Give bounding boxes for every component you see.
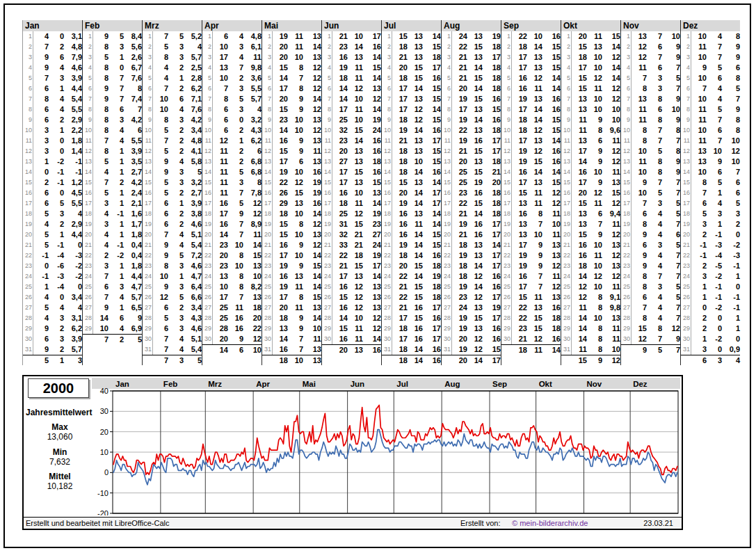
cell[interactable]: 12	[527, 146, 542, 157]
cell[interactable]: 0	[49, 292, 64, 303]
cell[interactable]: 14	[408, 188, 423, 198]
cell[interactable]: 15	[467, 167, 483, 177]
cell[interactable]: 9	[228, 209, 243, 219]
cell[interactable]: 2,7	[184, 188, 202, 198]
cell[interactable]: 13	[632, 31, 647, 42]
cell[interactable]: 8	[93, 125, 108, 136]
cell[interactable]: 17	[483, 292, 501, 303]
cell[interactable]: 4,3	[243, 125, 262, 136]
cell[interactable]: 9	[124, 313, 142, 323]
cell[interactable]: 21	[348, 240, 363, 250]
cell[interactable]: 17	[423, 303, 441, 313]
day-number[interactable]: 4	[382, 63, 392, 73]
cell[interactable]: 10	[587, 313, 602, 323]
cell[interactable]: 7	[647, 334, 662, 344]
cell[interactable]: 14	[542, 136, 561, 146]
cell[interactable]: 32	[332, 125, 348, 136]
cell[interactable]: 3	[168, 52, 184, 63]
day-number[interactable]: 2	[23, 42, 33, 52]
day-number[interactable]: 20	[382, 230, 392, 240]
cell[interactable]: 21	[392, 282, 408, 292]
cell[interactable]: 11	[303, 334, 321, 344]
cell[interactable]: 7	[527, 271, 542, 282]
cell[interactable]: 15	[542, 177, 561, 188]
day-number[interactable]: 26	[83, 292, 93, 303]
cell[interactable]: 20	[273, 42, 288, 52]
day-number[interactable]: 27	[23, 303, 33, 313]
cell[interactable]: 6	[632, 240, 647, 250]
cell[interactable]: 17	[483, 230, 501, 240]
day-number[interactable]: 31	[561, 344, 572, 355]
day-number[interactable]: 20	[83, 230, 93, 240]
cell[interactable]: 4	[707, 94, 722, 104]
cell[interactable]: -2	[707, 271, 722, 282]
cell[interactable]: 15	[273, 146, 288, 157]
cell[interactable]: 5	[228, 94, 243, 104]
cell[interactable]: 3	[647, 198, 662, 209]
cell[interactable]: 21	[483, 167, 501, 177]
cell[interactable]: 4	[33, 313, 49, 323]
day-number[interactable]: 15	[382, 177, 392, 188]
cell[interactable]: 15	[512, 292, 527, 303]
cell[interactable]: 13	[572, 136, 587, 146]
cell[interactable]: 11	[527, 83, 542, 94]
cell[interactable]: 8	[288, 292, 303, 303]
cell[interactable]: 15	[467, 313, 483, 323]
cell[interactable]: 18	[483, 209, 501, 219]
cell[interactable]: 14	[408, 250, 423, 261]
cell[interactable]: 29	[273, 198, 288, 209]
cell[interactable]: 15	[288, 188, 303, 198]
cell[interactable]: -2	[64, 261, 82, 271]
cell[interactable]: 16	[423, 250, 441, 261]
summary-cell[interactable]: 18	[512, 345, 527, 355]
cell[interactable]: 11	[303, 146, 321, 157]
cell[interactable]: 13	[288, 198, 303, 209]
cell[interactable]: 11	[408, 219, 423, 230]
day-number[interactable]: 17	[681, 198, 691, 209]
cell[interactable]: 7	[288, 344, 303, 355]
cell[interactable]: 5	[662, 240, 680, 250]
cell[interactable]: -1	[64, 167, 82, 177]
cell[interactable]: 18	[243, 303, 262, 313]
cell[interactable]: 17	[273, 157, 288, 167]
cell[interactable]: 16	[363, 167, 381, 177]
cell[interactable]: 5	[707, 104, 722, 115]
cell[interactable]: 13	[527, 52, 542, 63]
day-number[interactable]: 18	[202, 209, 213, 219]
day-number[interactable]: 13	[382, 157, 392, 167]
cell[interactable]: 1	[707, 188, 722, 198]
day-number[interactable]: 10	[621, 125, 632, 136]
day-number[interactable]: 5	[322, 73, 332, 83]
cell[interactable]: 18	[423, 52, 441, 63]
cell[interactable]: 8	[632, 125, 647, 136]
cell[interactable]: 15	[542, 125, 561, 136]
cell[interactable]: 19	[452, 344, 467, 355]
cell[interactable]: 13	[408, 209, 423, 219]
cell[interactable]: 16	[512, 271, 527, 282]
cell[interactable]: 20	[273, 94, 288, 104]
cell[interactable]: 7	[662, 303, 680, 313]
day-number[interactable]: 22	[501, 250, 512, 261]
day-number[interactable]: 30	[262, 334, 273, 344]
day-number[interactable]: 18	[322, 209, 332, 219]
cell[interactable]: -6	[49, 261, 64, 271]
cell[interactable]: 14	[213, 230, 228, 240]
cell[interactable]: 11	[602, 136, 620, 146]
cell[interactable]: 3	[33, 136, 49, 146]
cell[interactable]: 7	[662, 313, 680, 323]
cell[interactable]: 15	[408, 282, 423, 292]
cell[interactable]: 15	[273, 230, 288, 240]
day-number[interactable]: 14	[23, 167, 33, 177]
cell[interactable]: 12	[303, 63, 321, 73]
cell[interactable]: 14	[542, 167, 561, 177]
day-number[interactable]: 20	[322, 230, 332, 240]
cell[interactable]: 14	[273, 73, 288, 83]
cell[interactable]: 14	[332, 313, 348, 323]
cell[interactable]: 6,9	[124, 323, 142, 334]
cell[interactable]: 2,9	[64, 115, 82, 125]
cell[interactable]: 4,2	[124, 115, 142, 125]
cell[interactable]: 8	[647, 94, 662, 104]
day-number[interactable]: 27	[382, 303, 392, 313]
cell[interactable]: 13	[303, 230, 321, 240]
cell[interactable]: 17	[483, 261, 501, 271]
